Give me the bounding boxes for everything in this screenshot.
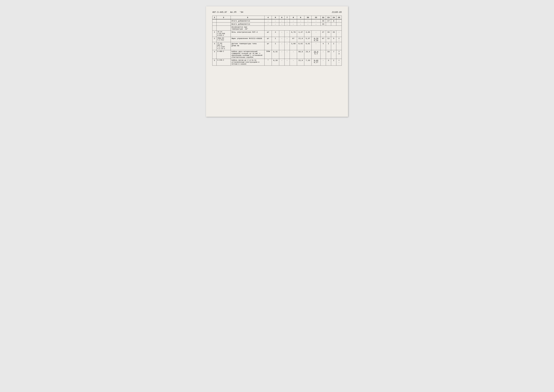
row5-num: 5 [213,59,217,66]
row3-col6: - [279,42,284,50]
data-row-4: 4 8-400-I Кабель двух-четы­реххильный су… [213,50,342,59]
row3-col12: 4 [320,42,326,50]
sr2-col5: - [272,22,279,26]
row4-col5: 0,3I [272,50,279,59]
sr2-col13 [326,22,331,26]
row2-code: СКЦэ-84 п.2-612 [217,37,231,42]
sr2-col10: - [304,22,312,26]
col-header-7: 7 [284,16,290,19]
data-row-3: 3 I7-04 Доп.9 п.І-ІІ97 п.І-І4-2 Датчик т… [213,42,342,50]
row4-unit: IOOм [264,50,272,59]
row4-col9: 60,8 [297,50,304,59]
sr3-rest [264,26,342,31]
row1-col13: I8 [326,31,331,37]
row4-col15: 73 [336,50,342,59]
row3-col11: - [312,42,320,50]
year: '94 [240,11,243,14]
sr1-col5: - [272,19,279,22]
sr3-col2 [217,26,231,31]
row5-code: 8-І48-І [217,59,231,66]
row2-col7: - [284,37,290,42]
row5-col14: I [331,59,336,66]
row4-desc: Кабель двух-четы­реххильный суммарное се… [231,50,264,59]
row2-col15: I- [336,37,342,42]
doc-type: Ал.УП [230,11,236,14]
sr2-col4: - [264,22,272,26]
sr1-col8: - [290,19,297,22]
summary-row-3: Исключается притемпературе -20° [213,26,342,31]
row5-col5: 0,20 [272,59,279,66]
row2-col14: 5 [331,37,336,42]
row4-col7: - [284,50,290,59]
row2-col8: 67 [290,37,297,42]
sr3-label: Исключается притемпературе -20° [231,26,264,31]
col-header-10: IO [304,16,312,19]
row1-col14: I6 [331,31,336,37]
sr1-col1 [213,19,217,22]
row1-col6: - [279,31,284,37]
col-header-2: 2 [217,16,231,19]
row2-col6: - [279,37,284,42]
row3-col9: 0,6I [297,42,304,50]
sr2-col6: - [279,22,284,26]
sr1-col2 [217,19,231,22]
row1-col12: 27 [320,31,326,37]
row5-col11: 0,430,I7 [312,59,320,66]
sr1-col11: - [312,19,320,22]
col-header-5: 5 [272,16,279,19]
sr2-col2 [217,22,231,26]
row3-col14: I [331,42,336,50]
sr2-col1 [213,22,217,26]
row5-col12: - [320,59,326,66]
sr2-col15 [336,22,342,26]
row4-col10: 23,4 [304,50,312,59]
col-header-6: 6 [279,16,284,19]
row1-code: I5-I4 п.04-048 8-6I5-I [217,31,231,37]
row2-col12: 67 [320,37,326,42]
header-left: 407-3-445.87 Ал.УП '94 [212,11,243,14]
doc-number: 407-3-445.87 [212,11,227,14]
sr1-col4: - [264,19,272,22]
row5-desc: Кабель весом до 2 кг/м по установленным … [231,59,264,66]
summary-row-1: Итого добавляется - - - - - - - - I6 I7 … [213,19,342,22]
row4-col12: - [320,50,326,59]
page-header: 407-3-445.87 Ал.УП '94 21165-65 [212,11,342,14]
row4-col8: - [290,50,297,59]
row3-col7: - [284,42,290,50]
row3-col13: I [326,42,331,50]
sr2-col9: - [297,22,304,26]
sr1-col12: I6 [320,19,326,22]
row3-col5: I [272,42,279,50]
sr1-col13: I7 [326,19,331,22]
sr1-col9: - [297,19,304,22]
row2-col9: ІІ,8 [297,37,304,42]
col-header-11: II [312,16,320,19]
sr1-col15: - [336,19,342,22]
row5-col10: 7,33 [304,59,312,66]
sr2-col11: - [312,22,320,26]
row5-col15: =- [336,59,342,66]
row1-num: I [213,31,217,37]
sr2-col12: 33 [320,22,326,26]
row3-num: 3 [213,42,217,50]
row4-col11: 22,88,4 [312,50,320,59]
document-page: 407-3-445.87 Ал.УП '94 21165-65 I 2 3 4 … [206,6,348,117]
row5-col8: - [290,59,297,66]
row2-desc: Ящик управления ЯУ3ІІ2-03Б2Б [231,37,264,42]
row2-unit: шт [264,37,272,42]
row1-col9: 4,47 [297,31,304,37]
sr2-col14 [331,22,336,26]
row3-col8: 3,60 [290,42,297,50]
col-header-13: I3 [326,16,331,19]
row3-unit: шт [264,42,272,50]
row1-col10: 3,94 [304,31,312,37]
row4-code: 8-400-I [217,50,231,59]
row5-col9: I2,9 [297,59,304,66]
col-header-14: I4 [331,16,336,19]
row5-col6: - [279,59,284,66]
row1-col8: 6,70 [290,31,297,37]
sr1-col7: - [284,19,290,22]
row3-col15: - [336,42,342,50]
sr1-col6: - [279,19,284,22]
sr1-col14: 8 [331,19,336,22]
